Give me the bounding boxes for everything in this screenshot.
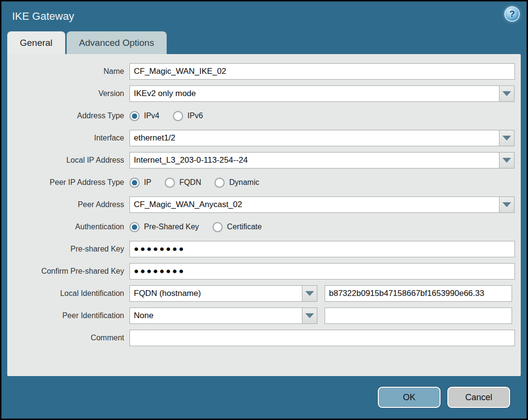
- cancel-button[interactable]: Cancel: [447, 387, 510, 408]
- name-label: Name: [7, 67, 129, 76]
- chevron-down-icon: [305, 313, 314, 318]
- local-identification-type-select[interactable]: FQDN (hostname): [129, 285, 317, 302]
- version-dropdown-button[interactable]: [499, 85, 514, 102]
- row-peer-ip-type: Peer IP Address Type IP FQDN Dynamic: [7, 174, 521, 191]
- tab-general[interactable]: General: [7, 31, 65, 54]
- version-label: Version: [7, 89, 129, 98]
- peer-identification-label: Peer Identification: [7, 311, 129, 320]
- peer-ip-type-radio-group: IP FQDN Dynamic: [129, 178, 273, 188]
- tab-advanced-options[interactable]: Advanced Options: [67, 31, 167, 54]
- authentication-label: Authentication: [7, 223, 129, 231]
- interface-label: Interface: [7, 134, 129, 142]
- peer-ip-type-label: Peer IP Address Type: [7, 178, 129, 187]
- peer-identification-type-value: None: [129, 308, 302, 324]
- peer-identification-type-select[interactable]: None: [129, 308, 317, 324]
- peer-address-select[interactable]: CF_Magic_WAN_Anycast_02: [129, 196, 515, 213]
- tab-general-label: General: [20, 38, 53, 48]
- local-identification-type-value: FQDN (hostname): [129, 285, 302, 302]
- confirm-pre-shared-key-input[interactable]: [129, 263, 515, 280]
- interface-dropdown-button[interactable]: [499, 130, 514, 146]
- help-icon[interactable]: ?: [504, 6, 520, 22]
- general-tab-panel: Name Version IKEv2 only mode Address Typ…: [7, 54, 521, 376]
- row-authentication: Authentication Pre-Shared Key Certificat…: [7, 219, 521, 235]
- radio-ip-label: IP: [144, 178, 151, 187]
- local-identification-dropdown-button[interactable]: [302, 285, 317, 302]
- row-pre-shared-key: Pre-shared Key: [7, 241, 521, 257]
- radio-ipv6[interactable]: IPv6: [173, 111, 203, 121]
- row-local-ip: Local IP Address Internet_L3_203-0-113-2…: [7, 152, 521, 168]
- interface-select-value: ethernet1/2: [129, 130, 499, 146]
- version-select-value: IKEv2 only mode: [129, 85, 499, 102]
- address-type-radio-group: IPv4 IPv6: [129, 111, 216, 121]
- ok-button[interactable]: OK: [378, 387, 441, 408]
- radio-ipv4-label: IPv4: [144, 112, 159, 120]
- radio-certificate[interactable]: Certificate: [213, 222, 262, 232]
- dialog-footer: OK Cancel: [378, 387, 510, 408]
- radio-dynamic[interactable]: Dynamic: [214, 178, 259, 188]
- row-peer-identification: Peer Identification None: [7, 308, 521, 324]
- local-ip-label: Local IP Address: [7, 156, 129, 165]
- chevron-down-icon: [502, 158, 511, 163]
- peer-identification-value-input[interactable]: [325, 308, 512, 324]
- radio-pre-shared-key-circle[interactable]: [129, 222, 140, 232]
- dialog-title: IKE Gateway: [12, 10, 74, 23]
- tab-bar: General Advanced Options: [7, 31, 527, 54]
- pre-shared-key-label: Pre-shared Key: [7, 245, 129, 253]
- peer-address-label: Peer Address: [7, 200, 129, 209]
- peer-identification-dropdown-button[interactable]: [302, 308, 317, 324]
- peer-address-select-value: CF_Magic_WAN_Anycast_02: [129, 196, 499, 213]
- radio-fqdn-label: FQDN: [179, 178, 201, 187]
- radio-certificate-circle[interactable]: [213, 222, 223, 232]
- radio-pre-shared-key[interactable]: Pre-Shared Key: [129, 222, 199, 232]
- row-name: Name: [7, 63, 521, 80]
- radio-certificate-label: Certificate: [227, 223, 262, 231]
- local-ip-select[interactable]: Internet_L3_203-0-113-254--24: [129, 152, 515, 168]
- radio-ipv4-circle[interactable]: [129, 111, 140, 121]
- chevron-down-icon: [502, 91, 511, 96]
- ike-gateway-dialog: IKE Gateway ? General Advanced Options N…: [0, 0, 528, 420]
- row-version: Version IKEv2 only mode: [7, 85, 521, 102]
- help-glyph: ?: [509, 9, 515, 19]
- row-comment: Comment: [7, 330, 521, 346]
- name-input[interactable]: [129, 63, 515, 80]
- local-identification-value-input[interactable]: [325, 285, 512, 302]
- row-local-identification: Local Identification FQDN (hostname): [7, 285, 521, 302]
- radio-ipv6-circle[interactable]: [173, 111, 183, 121]
- interface-select[interactable]: ethernet1/2: [129, 130, 515, 146]
- chevron-down-icon: [502, 202, 511, 207]
- peer-address-dropdown-button[interactable]: [499, 196, 514, 213]
- row-address-type: Address Type IPv4 IPv6: [7, 108, 521, 124]
- local-identification-label: Local Identification: [7, 289, 129, 298]
- version-select[interactable]: IKEv2 only mode: [129, 85, 515, 102]
- row-peer-address: Peer Address CF_Magic_WAN_Anycast_02: [7, 196, 521, 213]
- row-confirm-pre-shared-key: Confirm Pre-shared Key: [7, 263, 521, 280]
- comment-input[interactable]: [129, 330, 515, 346]
- confirm-pre-shared-key-label: Confirm Pre-shared Key: [7, 267, 129, 276]
- radio-ipv6-label: IPv6: [187, 112, 203, 120]
- row-interface: Interface ethernet1/2: [7, 130, 521, 146]
- local-ip-dropdown-button[interactable]: [499, 152, 514, 168]
- pre-shared-key-input[interactable]: [129, 241, 515, 257]
- radio-fqdn[interactable]: FQDN: [165, 178, 201, 188]
- local-ip-select-value: Internet_L3_203-0-113-254--24: [129, 152, 499, 168]
- chevron-down-icon: [502, 136, 511, 140]
- chevron-down-icon: [305, 291, 314, 296]
- comment-label: Comment: [7, 334, 129, 342]
- radio-dynamic-circle[interactable]: [214, 178, 225, 188]
- dialog-titlebar: IKE Gateway ?: [1, 1, 527, 31]
- radio-ipv4[interactable]: IPv4: [129, 111, 159, 121]
- radio-fqdn-circle[interactable]: [165, 178, 175, 188]
- radio-ip[interactable]: IP: [129, 178, 151, 188]
- radio-dynamic-label: Dynamic: [229, 178, 259, 187]
- radio-ip-circle[interactable]: [129, 178, 140, 188]
- radio-pre-shared-key-label: Pre-Shared Key: [144, 223, 199, 231]
- tab-advanced-options-label: Advanced Options: [79, 38, 154, 48]
- address-type-label: Address Type: [7, 112, 129, 120]
- authentication-radio-group: Pre-Shared Key Certificate: [129, 222, 275, 232]
